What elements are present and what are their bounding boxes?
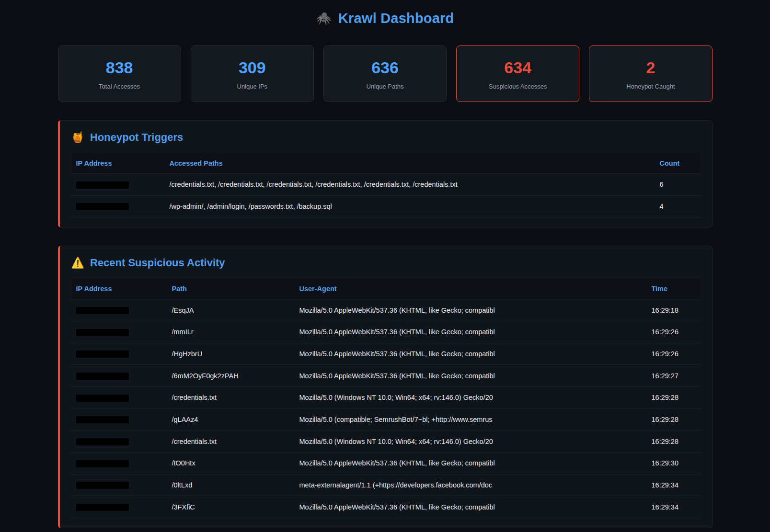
redacted-ip xyxy=(76,373,129,380)
redacted-ip xyxy=(76,307,129,314)
stat-value: 2 xyxy=(593,58,708,77)
stat-label: Unique Paths xyxy=(328,83,442,90)
stat-label: Unique IPs xyxy=(195,83,310,90)
path-cell: /6mM2OyF0gk2zPAH xyxy=(167,365,295,387)
table-row: /mmILrMozilla/5.0 AppleWebKit/537.36 (KH… xyxy=(71,321,701,343)
stat-value: 634 xyxy=(460,58,575,77)
table-row: /gLAAz4Mozilla/5.0 (compatible; SemrushB… xyxy=(71,408,701,430)
time-cell: 16:29:28 xyxy=(647,430,701,453)
column-header: Path xyxy=(167,279,295,299)
ip-cell xyxy=(71,408,167,430)
path-cell: /gLAAz4 xyxy=(167,408,295,430)
redacted-ip xyxy=(76,395,129,402)
ip-cell xyxy=(71,474,167,496)
redacted-ip xyxy=(76,482,129,489)
time-cell: 16:29:26 xyxy=(647,321,701,343)
stat-card: 2Honeypot Caught xyxy=(589,45,712,102)
table-row: /credentials.txtMozilla/5.0 (Windows NT … xyxy=(71,430,701,453)
path-cell: /mmILr xyxy=(167,321,295,343)
redacted-ip xyxy=(76,438,129,445)
page-title: Krawl Dashboard xyxy=(338,11,454,26)
honeypot-icon: 🍯 xyxy=(71,131,84,144)
user-agent-cell: Mozilla/5.0 AppleWebKit/537.36 (KHTML, l… xyxy=(295,299,647,321)
path-cell: /0ltLxd xyxy=(167,474,295,496)
accessed-paths-cell: /credentials.txt, /credentials.txt, /cre… xyxy=(165,174,655,196)
honeypot-panel: 🍯 Honeypot Triggers IP AddressAccessed P… xyxy=(58,120,713,227)
time-cell: 16:29:26 xyxy=(647,343,701,365)
column-header: Count xyxy=(655,153,701,174)
stat-card: 838Total Accesses xyxy=(58,45,181,102)
table-row: /3FXfiCMozilla/5.0 AppleWebKit/537.36 (K… xyxy=(71,496,701,518)
redacted-ip xyxy=(76,329,129,336)
time-cell: 16:29:18 xyxy=(647,299,701,321)
ip-cell xyxy=(71,321,167,343)
redacted-ip xyxy=(76,181,129,189)
column-header: Accessed Paths xyxy=(165,153,655,174)
table-row: /credentials.txt, /credentials.txt, /cre… xyxy=(71,174,701,196)
path-cell: /tO0Htx xyxy=(167,453,295,475)
user-agent-cell: meta-externalagent/1.1 (+https://develop… xyxy=(295,474,647,496)
time-cell: 16:29:28 xyxy=(647,387,701,409)
activity-table-body: /EsqJAMozilla/5.0 AppleWebKit/537.36 (KH… xyxy=(71,299,701,518)
honeypot-table-body: /credentials.txt, /credentials.txt, /cre… xyxy=(71,174,701,217)
honeypot-panel-title: 🍯 Honeypot Triggers xyxy=(71,131,701,144)
main-container: 🕷️ Krawl Dashboard 838Total Accesses309U… xyxy=(58,0,713,528)
ip-cell xyxy=(71,453,167,475)
user-agent-cell: Mozilla/5.0 AppleWebKit/537.36 (KHTML, l… xyxy=(295,321,647,343)
ip-cell xyxy=(71,174,165,196)
ip-cell xyxy=(71,195,165,217)
time-cell: 16:29:34 xyxy=(647,496,701,518)
path-cell: /HgHzbrU xyxy=(167,343,295,365)
warning-icon: ⚠️ xyxy=(71,257,84,269)
stat-value: 838 xyxy=(62,58,177,77)
user-agent-cell: Mozilla/5.0 AppleWebKit/537.36 (KHTML, l… xyxy=(295,496,647,518)
redacted-ip xyxy=(76,460,129,467)
ip-cell xyxy=(71,365,167,387)
stat-card: 634Suspicious Accesses xyxy=(456,45,579,102)
honeypot-title-text: Honeypot Triggers xyxy=(90,131,183,144)
table-row: /6mM2OyF0gk2zPAHMozilla/5.0 AppleWebKit/… xyxy=(71,365,701,387)
activity-panel: ⚠️ Recent Suspicious Activity IP Address… xyxy=(58,246,713,528)
redacted-ip xyxy=(76,504,129,511)
user-agent-cell: Mozilla/5.0 (Windows NT 10.0; Win64; x64… xyxy=(295,387,647,409)
ip-cell xyxy=(71,430,167,453)
user-agent-cell: Mozilla/5.0 AppleWebKit/537.36 (KHTML, l… xyxy=(295,453,647,475)
stat-label: Suspicious Accesses xyxy=(460,83,575,90)
table-row: /tO0HtxMozilla/5.0 AppleWebKit/537.36 (K… xyxy=(71,453,701,475)
stats-row: 838Total Accesses309Unique IPs636Unique … xyxy=(58,45,713,102)
path-cell: /3FXfiC xyxy=(167,496,295,518)
time-cell: 16:29:27 xyxy=(647,365,701,387)
count-cell: 6 xyxy=(655,174,701,196)
column-header: IP Address xyxy=(71,279,167,299)
activity-header-row: IP AddressPathUser-AgentTime xyxy=(71,279,701,299)
table-row: /wp-admin/, /admin/login, /passwords.txt… xyxy=(71,195,701,217)
user-agent-cell: Mozilla/5.0 AppleWebKit/537.36 (KHTML, l… xyxy=(295,343,647,365)
column-header: IP Address xyxy=(71,153,165,174)
accessed-paths-cell: /wp-admin/, /admin/login, /passwords.txt… xyxy=(165,195,655,217)
redacted-ip xyxy=(76,416,129,423)
table-row: /HgHzbrUMozilla/5.0 AppleWebKit/537.36 (… xyxy=(71,343,701,365)
table-row: /credentials.txtMozilla/5.0 (Windows NT … xyxy=(71,387,701,409)
table-row: /0ltLxdmeta-externalagent/1.1 (+https://… xyxy=(71,474,701,496)
activity-panel-title: ⚠️ Recent Suspicious Activity xyxy=(71,257,701,269)
ip-cell xyxy=(71,387,167,409)
app-header: 🕷️ Krawl Dashboard xyxy=(58,8,713,31)
path-cell: /credentials.txt xyxy=(167,430,295,453)
spider-icon: 🕷️ xyxy=(316,11,332,26)
path-cell: /credentials.txt xyxy=(167,387,295,409)
time-cell: 16:29:30 xyxy=(647,453,701,475)
user-agent-cell: Mozilla/5.0 (Windows NT 10.0; Win64; x64… xyxy=(295,430,647,453)
time-cell: 16:29:34 xyxy=(647,474,701,496)
stat-label: Total Accesses xyxy=(62,83,177,90)
path-cell: /EsqJA xyxy=(167,299,295,321)
ip-cell xyxy=(71,343,167,365)
user-agent-cell: Mozilla/5.0 AppleWebKit/537.36 (KHTML, l… xyxy=(295,365,647,387)
stat-value: 309 xyxy=(195,58,310,77)
column-header: User-Agent xyxy=(295,279,647,299)
stat-value: 636 xyxy=(328,58,442,77)
redacted-ip xyxy=(76,203,129,210)
stat-card: 636Unique Paths xyxy=(323,45,447,102)
honeypot-table: IP AddressAccessed PathsCount /credentia… xyxy=(71,153,701,217)
honeypot-header-row: IP AddressAccessed PathsCount xyxy=(71,153,701,174)
column-header: Time xyxy=(647,279,701,299)
